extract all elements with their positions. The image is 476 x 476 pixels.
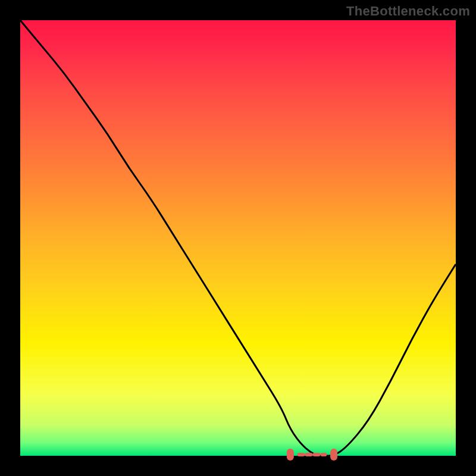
plot-background (20, 20, 456, 456)
bottleneck-chart (0, 0, 476, 476)
optimal-zone-marker-left (287, 449, 294, 461)
chart-container: { "watermark": "TheBottleneck.com", "cha… (0, 0, 476, 476)
watermark-text: TheBottleneck.com (346, 4, 470, 19)
optimal-zone-marker-right (330, 449, 337, 461)
